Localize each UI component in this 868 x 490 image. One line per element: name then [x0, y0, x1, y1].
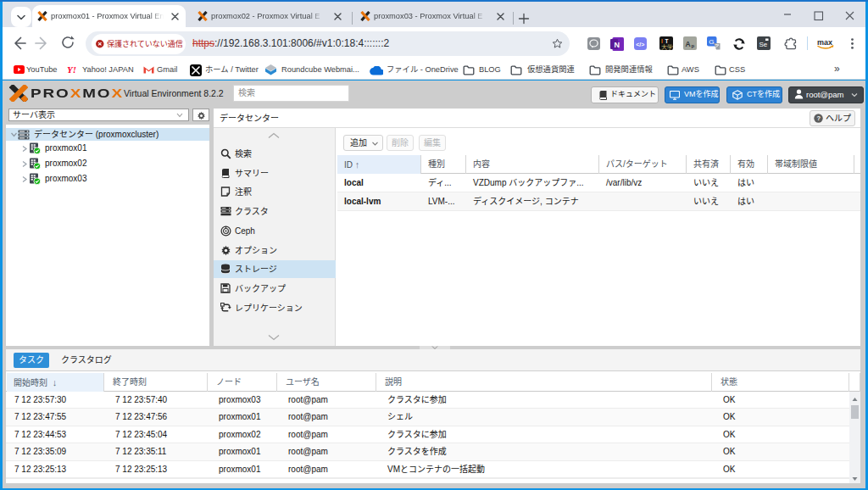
svg-text:?: ? — [816, 114, 821, 122]
svg-text:G: G — [709, 38, 714, 46]
svg-text:p: p — [692, 43, 695, 48]
svg-text:N: N — [615, 41, 620, 49]
svg-text:Se: Se — [760, 41, 768, 48]
svg-text:A: A — [686, 40, 691, 48]
svg-text:大学: 大学 — [661, 42, 673, 51]
svg-text:</>: </> — [636, 42, 644, 47]
svg-text:Y!: Y! — [67, 64, 76, 74]
svg-text:max: max — [817, 38, 832, 47]
